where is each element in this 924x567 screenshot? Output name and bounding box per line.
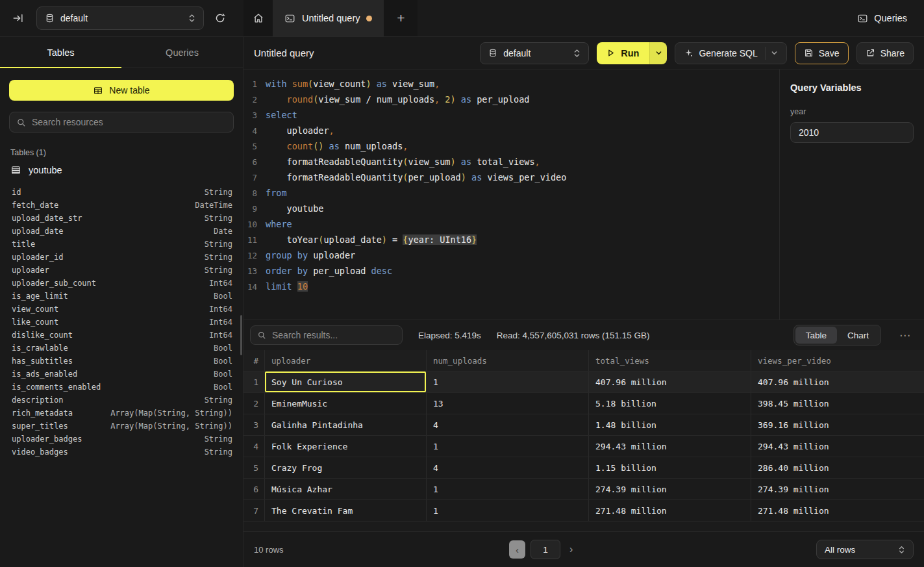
new-tab-button[interactable]: + [384,0,418,36]
editor-line[interactable]: 4uploader, [243,123,779,138]
table-cell[interactable]: 407.96 million [751,372,924,392]
save-button[interactable]: Save [795,42,849,64]
table-column[interactable]: uploader_badgesString [12,433,232,446]
query-database-selector[interactable]: default [480,42,589,64]
table-column[interactable]: is_ads_enabledBool [12,368,232,381]
editor-line[interactable]: 11toYear(upload_date) = {year: UInt16} [243,232,779,247]
editor-line[interactable]: 9youtube [243,201,779,216]
results-header-cell[interactable]: num_uploads [427,350,589,371]
editor-line[interactable]: 7formatReadableQuantity(per_upload) as v… [243,170,779,185]
table-column[interactable]: view_countInt64 [12,303,232,316]
sidebar-tab-tables[interactable]: Tables [0,37,121,68]
editor-line[interactable]: 6formatReadableQuantity(view_sum) as tot… [243,154,779,170]
view-toggle-table[interactable]: Table [795,327,837,344]
table-column[interactable]: upload_date_strString [12,212,232,225]
home-button[interactable] [243,0,273,36]
results-header-cell[interactable]: # [243,350,265,371]
table-cell[interactable]: Soy Un Curioso [265,372,427,392]
page-number-input[interactable]: 1 [531,540,560,559]
table-cell[interactable]: 1 [427,372,589,392]
generate-sql-button[interactable]: Generate SQL [675,42,786,64]
table-column[interactable]: uploaderString [12,264,232,277]
table-cell[interactable]: EminemMusic [265,393,427,414]
share-button[interactable]: Share [856,42,914,64]
table-cell[interactable]: Crazy Frog [265,457,427,478]
page-size-selector[interactable]: All rows [816,540,914,559]
sql-editor[interactable]: 1with sum(view_count) as view_sum,2round… [243,69,779,320]
table-column[interactable]: super_titlesArray(Map(String, String)) [12,420,232,433]
table-cell[interactable]: The Crevatin Fam [265,500,427,521]
editor-line[interactable]: 14limit 10 [243,279,779,294]
table-cell[interactable]: 4 [427,414,589,435]
results-header-cell[interactable]: views_per_video [751,350,924,371]
table-column[interactable]: rich_metadataArray(Map(String, String)) [12,407,232,420]
resource-search-input[interactable] [32,117,227,127]
table-cell[interactable]: 5.18 billion [589,393,751,414]
editor-line[interactable]: 3select [243,107,779,123]
refresh-button[interactable] [208,6,232,31]
table-column[interactable]: upload_dateDate [12,225,232,238]
results-header-cell[interactable]: total_views [589,350,751,371]
table-column[interactable]: video_badgesString [12,446,232,459]
variable-year-input[interactable] [790,122,914,143]
table-cell[interactable]: 274.39 million [589,479,751,499]
view-toggle: Table Chart [793,325,881,346]
generate-sql-options-button[interactable] [765,47,778,60]
table-cell[interactable]: 13 [427,393,589,414]
table-item-youtube[interactable]: youtube [10,165,243,175]
table-name: youtube [29,165,62,175]
table-cell[interactable]: 271.48 million [751,500,924,521]
table-cell[interactable]: 1 [427,479,589,499]
editor-line[interactable]: 13order by per_upload desc [243,263,779,279]
table-cell[interactable]: 294.43 million [751,436,924,457]
run-button[interactable]: Run [597,42,649,64]
table-column[interactable]: uploader_sub_countInt64 [12,277,232,290]
table-column[interactable]: dislike_countInt64 [12,329,232,342]
database-selector[interactable]: default [36,6,204,30]
new-table-button[interactable]: New table [9,80,234,101]
tab-untitled-query[interactable]: Untitled query [273,0,384,36]
editor-line[interactable]: 1with sum(view_count) as view_sum, [243,76,779,92]
editor-line[interactable]: 8from [243,185,779,201]
table-cell[interactable]: Folk Experience [265,436,427,457]
sidebar-tab-queries[interactable]: Queries [121,37,243,68]
results-search-input[interactable] [272,330,395,340]
table-cell[interactable]: 1 [427,500,589,521]
results-more-button[interactable]: ⋯ [897,329,914,342]
editor-line[interactable]: 10where [243,216,779,232]
table-column[interactable]: fetch_dateDateTime [12,199,232,212]
queries-button[interactable]: Queries [857,13,907,24]
collapse-sidebar-button[interactable] [5,5,31,31]
table-cell[interactable]: 294.43 million [589,436,751,457]
table-cell[interactable]: 369.16 million [751,414,924,435]
table-column[interactable]: is_age_limitBool [12,290,232,303]
sidebar-scrollbar[interactable] [240,315,242,355]
editor-line[interactable]: 2round(view_sum / num_uploads, 2) as per… [243,92,779,107]
table-cell[interactable]: Galinha Pintadinha [265,414,427,435]
results-header-cell[interactable]: uploader [265,350,427,371]
next-page-button[interactable]: › [566,544,577,555]
table-cell[interactable]: 286.40 million [751,457,924,478]
prev-page-button[interactable]: ‹ [509,540,525,559]
table-cell[interactable]: 407.96 million [589,372,751,392]
editor-line[interactable]: 5count() as num_uploads, [243,138,779,154]
table-cell[interactable]: 274.39 million [751,479,924,499]
table-column[interactable]: idString [12,186,232,199]
table-column[interactable]: is_crawlableBool [12,342,232,355]
table-cell[interactable]: 4 [427,457,589,478]
table-column[interactable]: is_comments_enabledBool [12,381,232,394]
table-column[interactable]: has_subtitlesBool [12,355,232,368]
table-column[interactable]: uploader_idString [12,251,232,264]
table-column[interactable]: descriptionString [12,394,232,407]
table-cell[interactable]: 1 [427,436,589,457]
table-cell[interactable]: 1.48 billion [589,414,751,435]
table-column[interactable]: titleString [12,238,232,251]
view-toggle-chart[interactable]: Chart [837,327,879,344]
table-cell[interactable]: Música Azhar [265,479,427,499]
table-cell[interactable]: 398.45 million [751,393,924,414]
table-cell[interactable]: 271.48 million [589,500,751,521]
table-cell[interactable]: 1.15 billion [589,457,751,478]
table-column[interactable]: like_countInt64 [12,316,232,329]
editor-line[interactable]: 12group by uploader [243,247,779,263]
run-options-button[interactable] [649,42,667,64]
